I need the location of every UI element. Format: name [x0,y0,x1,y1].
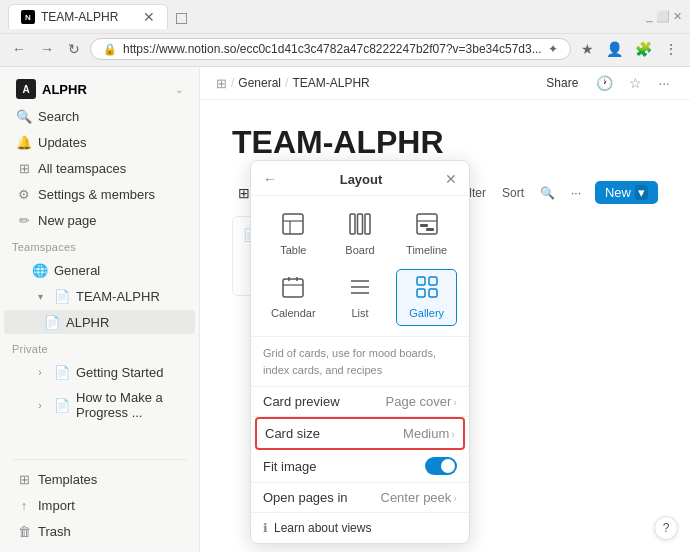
sidebar-item-updates[interactable]: 🔔 Updates [4,130,195,154]
layout-description: Grid of cards, use for mood boards, inde… [251,337,469,387]
back-button[interactable]: ← [8,39,30,59]
svg-rect-5 [365,214,370,234]
board-layout-icon [349,213,371,240]
help-button[interactable]: ? [654,516,678,540]
popup-title: Layout [340,172,383,187]
bookmark-icon[interactable]: ✦ [548,42,558,56]
bell-icon: 🔔 [16,134,32,150]
refresh-button[interactable]: ↻ [64,39,84,59]
db-more-button[interactable]: ··· [565,183,587,203]
tab-bar: N TEAM-ALPHR ✕ □ [0,4,638,29]
sidebar-item-getting-started[interactable]: › 📄 Getting Started [4,360,195,384]
templates-icon: ⊞ [16,471,32,487]
search-db-button[interactable]: 🔍 [534,183,561,203]
chevron-right-icon-gs: › [32,364,48,380]
breadcrumb-parent[interactable]: General [238,76,281,90]
fit-image-toggle[interactable] [425,457,457,475]
breadcrumb-actions: Share 🕐 ☆ ··· [540,73,674,93]
forward-button[interactable]: → [36,39,58,59]
globe-icon: 🌐 [32,262,48,278]
page-title: TEAM-ALPHR [232,124,658,161]
workspace-name: ALPHR [42,82,169,97]
open-pages-value: Center peek › [381,490,458,505]
table-layout-icon [282,213,304,240]
new-entry-button[interactable]: New ▾ [595,181,658,204]
profile-button[interactable]: 👤 [602,39,627,59]
star-icon[interactable]: ☆ [625,73,646,93]
sidebar-item-alphr[interactable]: 📄 ALPHR [4,310,195,334]
layout-option-calendar[interactable]: Calendar [263,269,324,326]
svg-rect-19 [417,289,425,297]
layout-options-grid: Table Board Timeline [251,196,469,337]
card-preview-row[interactable]: Card preview Page cover › [251,387,469,417]
layout-option-timeline[interactable]: Timeline [396,206,457,263]
tab-title: TEAM-ALPHR [41,10,137,24]
new-label: New [605,185,631,200]
svg-rect-10 [283,279,303,297]
more-button[interactable]: ⋮ [660,39,682,59]
url-text: https://www.notion.so/ecc0c1d41c3c4782a4… [123,42,542,56]
open-pages-row[interactable]: Open pages in Center peek › [251,483,469,513]
sidebar-item-import[interactable]: ↑ Import [4,493,195,517]
clock-icon[interactable]: 🕐 [592,73,617,93]
db-toolbar-actions: Filter Sort 🔍 ··· [453,183,587,203]
list-layout-icon [349,276,371,303]
table-layout-label: Table [280,244,306,256]
popup-footer[interactable]: ℹ Learn about views [251,513,469,543]
new-chevron-icon[interactable]: ▾ [635,185,648,200]
calendar-layout-label: Calendar [271,307,316,319]
svg-rect-4 [357,214,362,234]
workspace-selector[interactable]: A ALPHR ⌄ [4,75,195,103]
fit-image-row[interactable]: Fit image [251,450,469,483]
app-container: A ALPHR ⌄ 🔍 Search 🔔 Updates ⊞ All teams… [0,67,690,552]
more-actions-icon[interactable]: ··· [654,73,674,93]
sidebar-gettingstarted-label: Getting Started [76,365,163,380]
card-preview-chevron-icon: › [453,396,457,408]
layout-option-table[interactable]: Table [263,206,324,263]
popup-close-button[interactable]: ✕ [445,171,457,187]
sidebar-item-progress[interactable]: › 📄 How to Make a Progress ... [4,386,195,424]
card-size-row[interactable]: Card size Medium › [255,417,465,450]
browser-tab[interactable]: N TEAM-ALPHR ✕ [8,4,168,29]
sidebar-item-new-page[interactable]: ✏ New page [4,208,195,232]
workspace-chevron-icon: ⌄ [175,84,183,95]
sort-button[interactable]: Sort [496,183,530,203]
tab-close-button[interactable]: ✕ [143,10,155,24]
svg-rect-20 [429,289,437,297]
breadcrumb-current: TEAM-ALPHR [292,76,369,90]
new-tab-button[interactable]: □ [170,8,193,29]
layout-option-list[interactable]: List [330,269,391,326]
window-title-bar: N TEAM-ALPHR ✕ □ ⎯ ⬜ ✕ [0,0,690,34]
timeline-layout-icon [416,213,438,240]
sidebar-item-settings[interactable]: ⚙ Settings & members [4,182,195,206]
sidebar-templates-label: Templates [38,472,97,487]
sidebar-item-general[interactable]: 🌐 General [4,258,195,282]
sidebar-item-team-alphr[interactable]: ▾ 📄 TEAM-ALPHR [4,284,195,308]
import-icon: ↑ [16,497,32,513]
sidebar-item-trash[interactable]: 🗑 Trash [4,519,195,543]
plus-icon: ✏ [16,212,32,228]
sidebar-item-all-teamspaces[interactable]: ⊞ All teamspaces [4,156,195,180]
trash-icon: 🗑 [16,523,32,539]
sidebar: A ALPHR ⌄ 🔍 Search 🔔 Updates ⊞ All teams… [0,67,200,552]
share-button[interactable]: Share [540,74,584,92]
popup-back-button[interactable]: ← [263,171,277,187]
popup-header: ← Layout ✕ [251,161,469,196]
puzzle-button[interactable]: 🧩 [631,39,656,59]
svg-rect-9 [426,228,434,231]
sidebar-item-templates[interactable]: ⊞ Templates [4,467,195,491]
list-layout-label: List [351,307,368,319]
layout-popup: ← Layout ✕ Table [250,160,470,544]
extensions-button[interactable]: ★ [577,39,598,59]
layout-option-board[interactable]: Board [330,206,391,263]
url-bar[interactable]: 🔒 https://www.notion.so/ecc0c1d41c3c4782… [90,38,571,60]
minimize-hint: ⎯ ⬜ ✕ [638,10,690,23]
sidebar-item-search[interactable]: 🔍 Search [4,104,195,128]
svg-rect-3 [350,214,355,234]
layout-option-gallery[interactable]: Gallery [396,269,457,326]
window-controls: ⎯ ⬜ ✕ [638,10,690,23]
learn-about-views-link[interactable]: Learn about views [274,521,371,535]
card-size-label: Card size [265,426,320,441]
breadcrumb-bar: ⊞ / General / TEAM-ALPHR Share 🕐 ☆ ··· [200,67,690,100]
page-icon: 📄 [54,288,70,304]
